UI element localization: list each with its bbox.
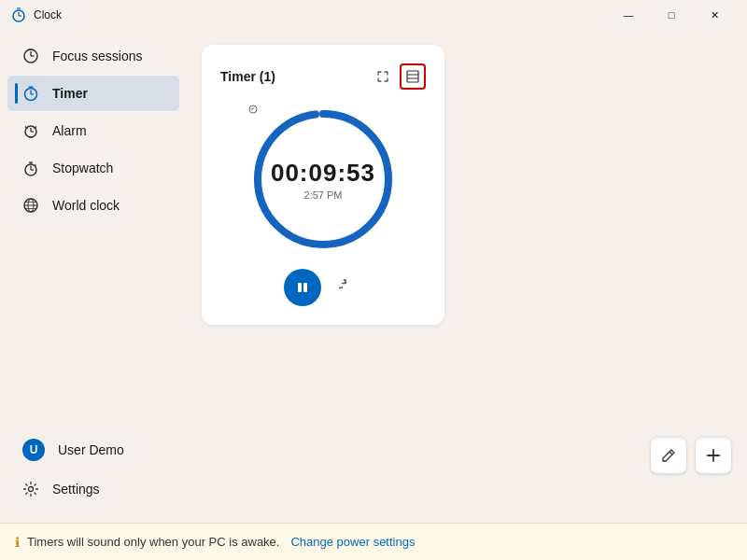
add-button[interactable] — [695, 437, 732, 474]
window-controls: — □ ✕ — [607, 0, 736, 30]
timer-controls — [220, 269, 426, 306]
content-area: Timer (1) — [187, 30, 747, 523]
sidebar-bottom: U User Demo Settings — [0, 421, 187, 515]
pause-button[interactable] — [284, 269, 321, 306]
timer-circle: 00:09:53 2:57 PM — [248, 105, 398, 254]
timer-circle-inner: 00:09:53 2:57 PM — [248, 105, 398, 254]
settings-label: Settings — [52, 482, 100, 497]
add-icon — [706, 448, 721, 463]
timer-display: 00:09:53 — [271, 159, 375, 188]
stopwatch-label: Stopwatch — [52, 161, 113, 175]
timer-label: Timer — [52, 86, 88, 101]
edit-icon — [661, 448, 676, 463]
app-title: Clock — [34, 8, 607, 21]
clock-small-icon — [248, 105, 258, 114]
reset-icon — [339, 279, 356, 296]
sidebar-item-world-clock[interactable]: World clock — [7, 188, 179, 223]
sidebar-item-focus-sessions[interactable]: Focus sessions — [7, 38, 179, 74]
svg-rect-28 — [407, 71, 418, 82]
sidebar-item-user[interactable]: U User Demo — [7, 429, 179, 470]
alarm-label: Alarm — [52, 123, 87, 138]
compact-view-button[interactable] — [400, 63, 426, 90]
timer-card-title: Timer (1) — [220, 69, 275, 84]
svg-point-27 — [29, 487, 34, 492]
focus-sessions-label: Focus sessions — [52, 49, 142, 63]
fab-area — [650, 437, 732, 474]
focus-sessions-icon — [22, 48, 39, 64]
expand-button[interactable] — [370, 63, 396, 90]
alarm-icon — [22, 122, 39, 139]
timer-end-time: 2:57 PM — [304, 189, 343, 201]
minimize-button[interactable]: — — [607, 0, 650, 30]
timer-card: Timer (1) — [202, 45, 444, 325]
stopwatch-icon — [22, 160, 39, 176]
world-clock-icon — [22, 197, 39, 214]
reset-button[interactable] — [332, 273, 362, 302]
timer-circle-wrapper: 00:09:53 2:57 PM — [220, 105, 426, 254]
close-button[interactable]: ✕ — [693, 0, 736, 30]
titlebar: Clock — □ ✕ — [0, 0, 747, 30]
notification-message: Timers will sound only when your PC is a… — [27, 535, 279, 549]
sidebar-item-alarm[interactable]: Alarm — [7, 113, 179, 148]
timer-card-header: Timer (1) — [220, 63, 426, 90]
user-avatar: U — [22, 439, 45, 461]
user-label: User Demo — [58, 442, 124, 457]
sidebar: Focus sessions Timer — [0, 30, 187, 523]
edit-button[interactable] — [650, 437, 687, 474]
timer-icon — [22, 85, 39, 102]
sidebar-item-timer[interactable]: Timer — [7, 76, 179, 111]
settings-icon — [22, 481, 39, 497]
maximize-button[interactable]: □ — [650, 0, 693, 30]
sidebar-item-settings[interactable]: Settings — [7, 471, 179, 507]
world-clock-label: World clock — [52, 198, 120, 213]
app-body: Focus sessions Timer — [0, 30, 747, 523]
power-settings-link[interactable]: Change power settings — [290, 535, 415, 549]
app-icon — [11, 7, 26, 22]
svg-rect-36 — [298, 283, 302, 292]
svg-line-38 — [669, 452, 672, 455]
pause-icon — [296, 281, 309, 294]
timer-card-actions — [370, 63, 426, 90]
sidebar-item-stopwatch[interactable]: Stopwatch — [7, 150, 179, 186]
notification-icon: ℹ — [15, 535, 20, 550]
svg-rect-37 — [303, 283, 307, 292]
notification-bar: ℹ Timers will sound only when your PC is… — [0, 523, 747, 560]
